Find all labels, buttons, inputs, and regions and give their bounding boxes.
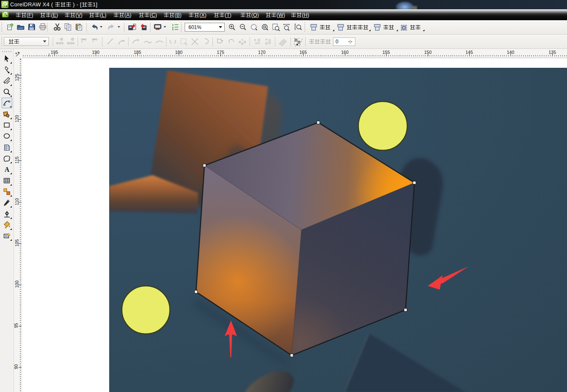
svg-text:A: A [5,166,10,173]
